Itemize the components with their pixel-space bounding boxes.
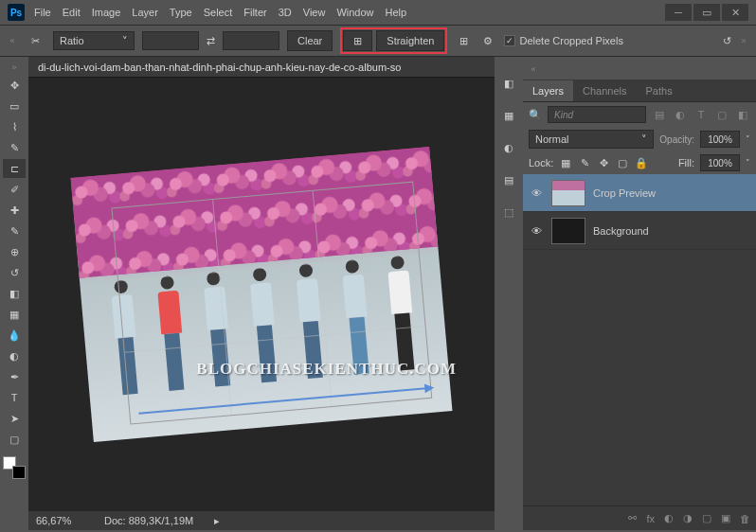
eyedropper-tool[interactable]: ✐: [3, 180, 26, 199]
lock-position-icon[interactable]: ✎: [578, 156, 591, 169]
move-tool[interactable]: ✥: [3, 76, 26, 95]
gradient-tool[interactable]: ▦: [3, 305, 26, 324]
opacity-input[interactable]: 100%: [700, 131, 740, 148]
lock-label: Lock:: [529, 157, 553, 168]
menu-layer[interactable]: Layer: [132, 7, 158, 18]
marquee-tool[interactable]: ▭: [3, 97, 26, 115]
chevron-left-icon[interactable]: «: [8, 34, 17, 47]
stamp-tool[interactable]: ⊕: [3, 242, 26, 261]
adjustment-layer-icon[interactable]: ◑: [683, 512, 693, 524]
menu-help[interactable]: Help: [386, 7, 407, 18]
maximize-button[interactable]: ▭: [693, 4, 720, 21]
layer-row[interactable]: 👁 Crop Preview: [523, 174, 756, 212]
status-arrow-icon[interactable]: ▸: [214, 515, 220, 527]
filter-image-icon[interactable]: ▤: [652, 107, 667, 122]
filter-shape-icon[interactable]: ▢: [714, 107, 729, 122]
pen-tool[interactable]: ✒: [3, 367, 26, 386]
path-select-tool[interactable]: ➤: [3, 409, 26, 428]
lock-pixels-icon[interactable]: ▦: [559, 156, 572, 169]
watermark-text: BLOGCHIASEKIENTHUC.COM: [196, 360, 457, 379]
layer-thumbnail[interactable]: [551, 218, 585, 244]
libraries-panel-icon[interactable]: ⬚: [497, 203, 520, 222]
close-button[interactable]: ✕: [722, 4, 748, 21]
brush-tool[interactable]: ✎: [3, 222, 26, 240]
new-layer-icon[interactable]: ▣: [721, 512, 730, 524]
width-input[interactable]: [142, 31, 199, 50]
menu-edit[interactable]: Edit: [63, 7, 81, 18]
reset-icon[interactable]: ↺: [723, 35, 731, 47]
menu-view[interactable]: View: [303, 7, 326, 18]
chevron-down-icon[interactable]: ˅: [746, 134, 750, 144]
layer-name[interactable]: Crop Preview: [593, 187, 656, 199]
quick-select-tool[interactable]: ✎: [3, 138, 26, 157]
gear-icon[interactable]: ⚙: [479, 32, 496, 49]
layer-thumbnail[interactable]: [551, 180, 585, 206]
filter-type-icon[interactable]: T: [693, 107, 709, 122]
straighten-button[interactable]: Straighten: [376, 30, 444, 51]
straighten-highlight: ⊞ Straighten: [340, 27, 447, 54]
mask-icon[interactable]: ◐: [664, 512, 674, 524]
layer-row[interactable]: 👁 Background: [523, 212, 756, 250]
options-bar: « ✂ Ratio˅ ⇄ Clear ⊞ Straighten ⊞ ⚙ ✓ De…: [0, 25, 756, 57]
delete-layer-icon[interactable]: 🗑: [740, 513, 750, 524]
eraser-tool[interactable]: ◧: [3, 284, 26, 303]
dodge-tool[interactable]: ◐: [3, 346, 26, 365]
app-logo: Ps: [8, 4, 25, 21]
menu-window[interactable]: Window: [336, 7, 373, 18]
swatches-panel-icon[interactable]: ▦: [497, 106, 520, 125]
main-menu: File Edit Image Layer Type Select Filter…: [34, 7, 406, 18]
fx-icon[interactable]: fx: [646, 513, 655, 524]
rectangle-tool[interactable]: ▢: [3, 430, 26, 449]
filter-adjust-icon[interactable]: ◐: [673, 107, 688, 122]
fill-input[interactable]: 100%: [700, 154, 740, 171]
blend-mode-select[interactable]: Normal˅: [529, 130, 654, 149]
lock-artboard-icon[interactable]: ▢: [616, 156, 629, 169]
tools-chevron[interactable]: »: [9, 61, 19, 74]
type-tool[interactable]: T: [3, 388, 26, 407]
canvas[interactable]: BLOGCHIASEKIENTHUC.COM: [28, 78, 495, 511]
visibility-toggle[interactable]: 👁: [529, 223, 544, 239]
tab-layers[interactable]: Layers: [523, 80, 573, 101]
checkbox-icon: ✓: [504, 35, 515, 46]
crop-tool[interactable]: ⊏: [3, 159, 26, 178]
delete-cropped-checkbox[interactable]: ✓ Delete Cropped Pixels: [504, 35, 622, 46]
blur-tool[interactable]: 💧: [3, 326, 26, 345]
straighten-icon-button[interactable]: ⊞: [343, 30, 372, 51]
grid-overlay-icon[interactable]: ⊞: [455, 32, 472, 49]
tab-paths[interactable]: Paths: [637, 80, 682, 101]
clear-button[interactable]: Clear: [287, 30, 333, 51]
healing-tool[interactable]: ✚: [3, 201, 26, 220]
height-input[interactable]: [223, 31, 279, 50]
lasso-tool[interactable]: ⌇: [3, 117, 26, 136]
link-layers-icon[interactable]: ⚯: [628, 512, 637, 524]
styles-panel-icon[interactable]: ▤: [497, 170, 520, 189]
fill-label: Fill:: [678, 157, 694, 168]
panels-chevron[interactable]: «: [529, 62, 538, 76]
lock-move-icon[interactable]: ✥: [597, 156, 610, 169]
menu-image[interactable]: Image: [92, 7, 121, 18]
visibility-toggle[interactable]: 👁: [529, 186, 544, 201]
group-icon[interactable]: ▢: [702, 512, 711, 524]
layer-name[interactable]: Background: [593, 225, 649, 237]
adjustments-panel-icon[interactable]: ◐: [497, 138, 520, 157]
chevron-down-icon[interactable]: ˅: [746, 158, 750, 168]
swap-icon[interactable]: ⇄: [207, 35, 215, 47]
color-swatches[interactable]: [3, 456, 26, 479]
menu-3d[interactable]: 3D: [279, 7, 292, 18]
menu-select[interactable]: Select: [204, 7, 233, 18]
chevron-right-icon[interactable]: »: [739, 34, 748, 47]
tab-channels[interactable]: Channels: [573, 80, 636, 101]
menu-file[interactable]: File: [34, 7, 51, 18]
menu-type[interactable]: Type: [170, 7, 192, 18]
menu-filter[interactable]: Filter: [243, 7, 266, 18]
color-panel-icon[interactable]: ◧: [497, 74, 520, 93]
kind-filter[interactable]: Kind: [548, 106, 646, 123]
ratio-select[interactable]: Ratio˅: [53, 31, 135, 50]
minimize-button[interactable]: ─: [665, 4, 692, 21]
document-tab[interactable]: di-du-lich-voi-dam-ban-than-nhat-dinh-ph…: [28, 57, 495, 78]
zoom-level[interactable]: 66,67%: [36, 515, 93, 526]
lock-all-icon[interactable]: 🔒: [635, 156, 648, 169]
history-brush-tool[interactable]: ↺: [3, 263, 26, 282]
filter-smart-icon[interactable]: ◧: [735, 107, 750, 122]
layers-footer: ⚯ fx ◐ ◑ ▢ ▣ 🗑: [523, 505, 756, 530]
